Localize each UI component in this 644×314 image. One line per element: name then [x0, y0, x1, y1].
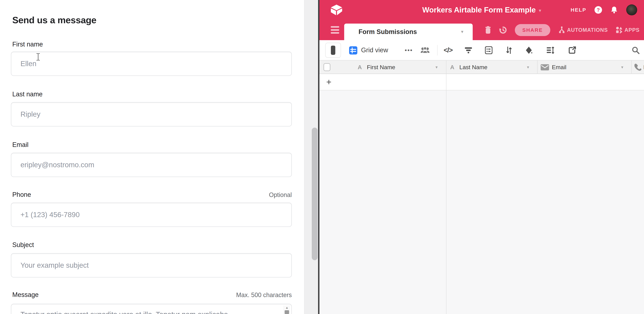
apps-label: APPS: [624, 27, 640, 33]
toolbar-divider: [437, 45, 438, 56]
screen: Send us a message First name Last name E…: [0, 0, 644, 314]
sort-icon[interactable]: [506, 40, 512, 60]
page-scrollbar-thumb[interactable]: [312, 128, 318, 260]
empty-grid-area: [320, 91, 644, 314]
view-toolbar: Grid view ••• </>: [320, 40, 644, 61]
email-field-icon: [540, 61, 549, 74]
page-title: Send us a message: [12, 15, 96, 25]
add-record-plus-icon[interactable]: +: [326, 74, 332, 90]
column-divider: [537, 61, 538, 74]
phone-field-icon: [634, 61, 642, 74]
airtable-top-bar: Workers Airtable Form Example ▾ HELP ?: [320, 0, 644, 20]
automations-label: AUTOMATIONS: [567, 27, 608, 33]
add-record-row[interactable]: +: [320, 74, 644, 90]
last-name-label: Last name: [12, 91, 42, 98]
subject-input[interactable]: [11, 253, 292, 277]
sidebar-toggle-icon: [331, 46, 335, 55]
help-question-icon[interactable]: ?: [594, 6, 602, 14]
view-options-ellipsis-icon[interactable]: •••: [405, 40, 413, 60]
share-button[interactable]: SHARE: [515, 24, 550, 36]
automations-button[interactable]: AUTOMATIONS: [558, 27, 608, 34]
airtable-window: Workers Airtable Form Example ▾ HELP ? F…: [320, 0, 644, 314]
apps-button[interactable]: APPS: [616, 27, 640, 34]
message-label: Message: [12, 291, 38, 298]
color-icon[interactable]: [525, 40, 533, 60]
message-textarea[interactable]: Tenetur optio quaerat expedita vero et i…: [11, 304, 292, 314]
hide-fields-icon[interactable]: </>: [444, 40, 452, 60]
text-field-icon: A: [358, 61, 362, 74]
text-cursor-icon: [36, 53, 40, 61]
trash-icon[interactable]: [485, 26, 491, 34]
column-header-phone[interactable]: Phone: [643, 61, 644, 74]
textarea-scrollbar-thumb[interactable]: [285, 310, 289, 314]
select-all-checkbox[interactable]: [324, 63, 330, 71]
subject-label: Subject: [12, 241, 34, 248]
first-name-input[interactable]: [11, 52, 292, 76]
view-name-label[interactable]: Grid view: [361, 40, 388, 60]
column-divider: [631, 61, 632, 74]
column-header-first-name[interactable]: First Name: [367, 61, 395, 74]
share-view-icon[interactable]: [568, 40, 576, 60]
table-tab-label: Form Submissions: [358, 24, 417, 40]
scroll-up-arrow-icon[interactable]: ▲: [284, 306, 290, 309]
collaborators-icon[interactable]: [420, 40, 430, 60]
apps-icon: [616, 27, 623, 34]
help-button[interactable]: HELP: [570, 7, 586, 13]
row-height-icon[interactable]: [546, 40, 554, 60]
text-field-icon: A: [450, 61, 454, 74]
grid-vertical-line: [446, 61, 446, 314]
textarea-scrollbar[interactable]: ▲: [284, 305, 290, 314]
column-caret-icon[interactable]: ▼: [620, 61, 624, 74]
views-sidebar-toggle-button[interactable]: [325, 43, 341, 58]
column-caret-icon[interactable]: ▼: [435, 61, 438, 74]
search-icon[interactable]: [632, 40, 640, 60]
column-header-last-name[interactable]: Last Name: [459, 61, 487, 74]
column-header-email[interactable]: Email: [552, 61, 566, 74]
base-title-caret-icon[interactable]: ▾: [539, 7, 541, 13]
phone-label: Phone: [12, 191, 31, 198]
filter-icon[interactable]: [464, 40, 472, 60]
email-input[interactable]: [11, 153, 292, 177]
automations-icon: [558, 27, 565, 34]
message-max-hint: Max. 500 characters: [236, 291, 292, 299]
table-tab-bar: Form Submissions ▼: [320, 20, 644, 40]
user-avatar[interactable]: [626, 5, 637, 15]
email-label: Email: [12, 141, 28, 148]
column-header-row: A First Name ▼ A Last Name ▼ Email ▼: [320, 61, 644, 74]
contact-form-page: Send us a message First name Last name E…: [0, 0, 304, 314]
last-name-input[interactable]: [11, 102, 292, 126]
notifications-bell-icon[interactable]: [610, 6, 618, 14]
table-tab-caret-icon[interactable]: ▼: [460, 24, 464, 40]
window-edge-divider: [318, 0, 320, 314]
column-caret-icon[interactable]: ▼: [526, 61, 530, 74]
share-button-label: SHARE: [522, 27, 543, 33]
first-name-label: First name: [12, 41, 43, 48]
grid-view-icon[interactable]: [349, 46, 357, 55]
history-icon[interactable]: [499, 26, 507, 34]
phone-optional-hint: Optional: [269, 191, 292, 198]
page-scrollbar-track[interactable]: [304, 0, 318, 314]
table-tab-form-submissions[interactable]: Form Submissions ▼: [344, 24, 473, 40]
phone-input[interactable]: [11, 203, 292, 227]
group-icon[interactable]: [485, 40, 492, 60]
sidebar-menu-icon[interactable]: [331, 26, 339, 34]
base-title[interactable]: Workers Airtable Form Example: [422, 6, 536, 14]
